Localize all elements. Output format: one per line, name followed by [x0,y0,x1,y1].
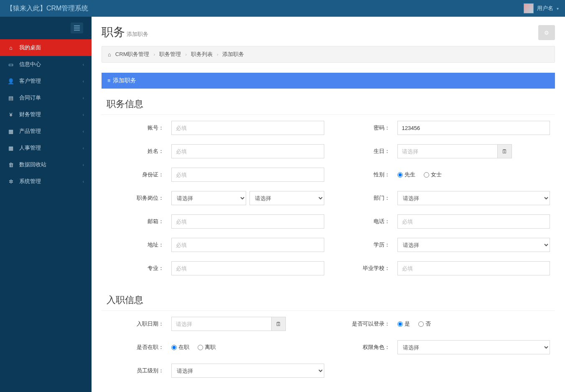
onjob-radio-on[interactable]: 在职 [171,344,189,351]
breadcrumb-item[interactable]: 职务管理 [159,51,181,58]
label-phone: 电话： [333,218,397,225]
phone-input[interactable] [397,214,550,229]
chevron-left-icon: ‹ [83,179,84,184]
hamburger-button[interactable] [71,23,83,33]
gear-icon: ⚙ [544,30,549,36]
department-select[interactable]: 请选择 [397,191,550,205]
label-school: 毕业学校： [333,265,397,272]
education-select[interactable]: 请选择 [397,238,550,252]
breadcrumb-item[interactable]: CRM职务管理 [115,51,150,58]
sidebar-item-4[interactable]: ¥财务管理‹ [0,106,92,123]
label-department: 部门： [333,194,397,202]
chevron-left-icon: ‹ [83,96,84,100]
sidebar-item-3[interactable]: ▤合同订单‹ [0,89,92,106]
idcard-input[interactable] [171,168,324,182]
label-major: 专业： [107,265,171,272]
label-canlogin: 是否可以登录： [333,320,397,328]
label-idcard: 身份证： [107,171,171,178]
gender-radio-male[interactable]: 先生 [397,171,415,178]
chevron-right-icon: › [217,52,219,57]
label-name: 姓名： [107,148,171,155]
canlogin-radio-yes[interactable]: 是 [397,320,410,328]
chevron-left-icon: ‹ [83,79,84,84]
breadcrumb-item: 添加职务 [222,51,244,58]
home-icon: ⌂ [8,45,14,51]
panel-header: ≡ 添加职务 [102,73,555,89]
label-entrydate: 入职日期： [107,320,171,328]
gender-radio-female[interactable]: 女士 [424,171,442,178]
book-icon: ▤ [8,95,14,101]
sidebar-item-1[interactable]: ▭信息中心‹ [0,56,92,73]
sidebar-item-label: 客户管理 [19,77,41,85]
avatar [524,3,534,13]
onjob-radio-off[interactable]: 离职 [198,344,216,351]
panel-title: 添加职务 [113,77,136,84]
breadcrumb-item[interactable]: 职务列表 [191,51,213,58]
calendar-button[interactable]: 🗓 [272,317,286,331]
calendar-icon: 🗓 [276,321,281,327]
chevron-left-icon: ‹ [83,163,84,167]
cog-icon: ✲ [8,178,14,185]
grid-icon: ▦ [8,145,14,151]
credit-icon: ▭ [8,61,14,68]
chevron-left-icon: ‹ [83,146,84,150]
school-input[interactable] [397,261,550,275]
chevron-left-icon: ‹ [83,129,84,134]
canlogin-radio-no[interactable]: 否 [418,320,431,328]
sidebar-item-7[interactable]: 🗑数据回收站‹ [0,156,92,173]
sidebar-item-label: 财务管理 [19,111,41,118]
label-gender: 性别： [333,171,397,178]
role-select[interactable]: 请选择 [397,340,550,354]
major-input[interactable] [171,261,324,275]
sidebar-item-label: 合同订单 [19,94,41,102]
sidebar-item-0[interactable]: ⌂我的桌面 [0,39,92,56]
sidebar-item-label: 数据回收站 [19,161,46,168]
address-input[interactable] [171,238,324,252]
label-password: 密码： [333,124,397,132]
label-account: 账号： [107,124,171,132]
label-birthday: 生日： [333,148,397,155]
yen-icon: ¥ [8,112,14,118]
label-education: 学历： [333,241,397,249]
settings-gear-button[interactable]: ⚙ [538,25,555,40]
calendar-button[interactable]: 🗓 [498,144,512,158]
email-input[interactable] [171,214,324,229]
sidebar: ⌂我的桌面▭信息中心‹👤客户管理‹▤合同订单‹¥财务管理‹▦产品管理‹▦人事管理… [0,17,92,392]
password-input[interactable] [397,121,550,135]
birthday-input[interactable] [397,144,498,158]
section-title-info: 职务信息 [102,89,555,115]
account-input[interactable] [171,121,324,135]
menu-icon: ≡ [107,78,110,84]
page-title: 职务添加职务 [102,24,148,40]
chevron-right-icon: › [153,52,155,57]
name-input[interactable] [171,144,324,158]
position-select-2[interactable]: 请选择 [249,191,324,205]
breadcrumb: ⌂ CRM职务管理 › 职务管理 › 职务列表 › 添加职务 [102,46,555,63]
user-menu[interactable]: 用户名 ▾ [524,3,559,13]
top-bar: 【猿来入此】CRM管理系统 用户名 ▾ [0,0,565,17]
label-role: 权限角色： [333,344,397,351]
chevron-left-icon: ‹ [83,62,84,67]
sidebar-item-2[interactable]: 👤客户管理‹ [0,73,92,89]
chevron-down-icon: ▾ [557,6,559,11]
label-email: 邮箱： [107,218,171,225]
sidebar-item-6[interactable]: ▦人事管理‹ [0,140,92,156]
entrydate-input[interactable] [171,317,272,331]
sidebar-toggle-area [0,17,92,39]
section-title-entry: 入职信息 [102,285,555,311]
main-content: 职务添加职务 ⚙ ⌂ CRM职务管理 › 职务管理 › 职务列表 › 添加职务 … [92,17,565,392]
sidebar-item-5[interactable]: ▦产品管理‹ [0,123,92,140]
level-select[interactable]: 请选择 [171,364,324,378]
sidebar-item-label: 人事管理 [19,144,41,152]
app-brand: 【猿来入此】CRM管理系统 [6,4,88,13]
person-icon: 👤 [8,78,14,84]
trash-icon: 🗑 [8,162,14,168]
username-label: 用户名 [537,5,553,12]
label-position: 职务岗位： [107,194,171,202]
sidebar-item-label: 系统管理 [19,178,41,185]
sidebar-item-label: 信息中心 [19,61,41,68]
grid-icon: ▦ [8,128,14,135]
chevron-right-icon: › [185,52,187,57]
sidebar-item-8[interactable]: ✲系统管理‹ [0,173,92,190]
position-select-1[interactable]: 请选择 [171,191,246,205]
